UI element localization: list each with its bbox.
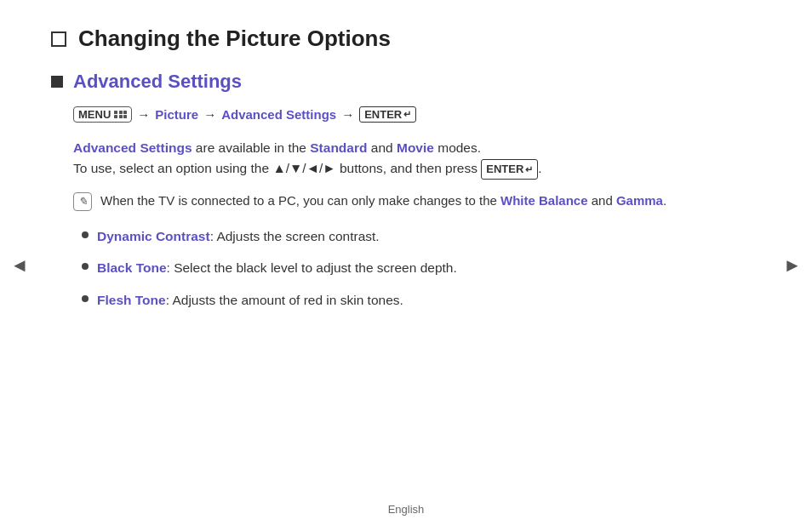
list-item: Dynamic Contrast: Adjusts the screen con…	[82, 226, 761, 246]
enter-box-2: ENTER ↵	[481, 159, 538, 180]
page-title: Changing the Picture Options	[78, 26, 391, 52]
bullet-2-desc: : Select the black level to adjust the s…	[167, 260, 457, 275]
arrow-3: →	[341, 107, 354, 122]
page-container: ◄ ► Changing the Picture Options Advance…	[0, 0, 812, 531]
left-arrow-icon: ◄	[10, 254, 29, 277]
desc1-and-word: and	[371, 140, 393, 155]
desc2-end: .	[538, 161, 541, 175]
dynamic-contrast-link: Dynamic Contrast	[97, 229, 210, 243]
enter-label-2: ENTER	[486, 161, 523, 178]
section-heading-text: Advanced Settings	[73, 71, 242, 93]
black-tone-link: Black Tone	[97, 260, 167, 275]
movie-link: Movie	[397, 140, 434, 155]
footer-language: English	[388, 503, 425, 516]
bullet-dot-3	[82, 295, 89, 302]
standard-link: Standard	[310, 140, 367, 155]
enter-arrow-icon-2: ↵	[525, 163, 533, 177]
list-item: Flesh Tone: Adjusts the amount of red in…	[82, 290, 761, 310]
menu-icon: MENU	[73, 106, 132, 123]
desc2-text: To use, select an option using the ▲/▼/◄…	[73, 161, 477, 175]
note-and-word: and	[592, 193, 613, 208]
bullet-item-3-text: Flesh Tone: Adjusts the amount of red in…	[97, 290, 403, 310]
bullet-list: Dynamic Contrast: Adjusts the screen con…	[82, 226, 761, 310]
menu-path-line: MENU → Picture → Advanced Settings → ENT…	[73, 106, 761, 123]
arrow-2: →	[203, 107, 216, 122]
menu-label: MENU	[78, 108, 111, 121]
bullet-1-desc: : Adjusts the screen contrast.	[210, 229, 380, 243]
page-title-icon	[51, 31, 66, 47]
right-arrow-icon: ►	[783, 254, 802, 277]
desc1-modes: modes.	[437, 140, 481, 155]
bullet-3-desc: : Adjusts the amount of red in skin tone…	[166, 293, 403, 307]
bullet-dot-1	[82, 231, 89, 238]
enter-label: ENTER	[364, 108, 402, 121]
page-title-section: Changing the Picture Options	[51, 26, 761, 52]
nav-arrow-left[interactable]: ◄	[7, 248, 32, 283]
bullet-item-1-text: Dynamic Contrast: Adjusts the screen con…	[97, 226, 380, 246]
arrow-1: →	[137, 107, 150, 122]
enter-arrow-icon: ↵	[403, 109, 411, 120]
footer: English	[0, 503, 812, 516]
advanced-settings-ref: Advanced Settings	[73, 140, 192, 155]
gamma-link: Gamma	[616, 193, 663, 208]
description-1: Advanced Settings are available in the S…	[73, 138, 761, 180]
list-item: Black Tone: Select the black level to ad…	[82, 258, 761, 277]
note-text: When the TV is connected to a PC, you ca…	[100, 191, 666, 211]
menu-grid-icon	[114, 111, 127, 119]
enter-box: ENTER ↵	[359, 106, 416, 123]
note-line: ✎ When the TV is connected to a PC, you …	[73, 191, 761, 211]
white-balance-link: White Balance	[500, 193, 588, 208]
bullet-item-2-text: Black Tone: Select the black level to ad…	[97, 258, 457, 277]
section-heading: Advanced Settings	[51, 71, 761, 93]
desc1-are: are available in the	[196, 140, 306, 155]
advanced-settings-link: Advanced Settings	[221, 107, 336, 122]
picture-link: Picture	[155, 107, 198, 122]
note-main: When the TV is connected to a PC, you ca…	[100, 193, 497, 208]
note-icon: ✎	[73, 192, 92, 211]
bullet-dot-2	[82, 263, 89, 270]
section-heading-icon	[51, 76, 63, 88]
flesh-tone-link: Flesh Tone	[97, 293, 166, 307]
nav-arrow-right[interactable]: ►	[780, 248, 805, 283]
note-end: .	[663, 193, 666, 208]
